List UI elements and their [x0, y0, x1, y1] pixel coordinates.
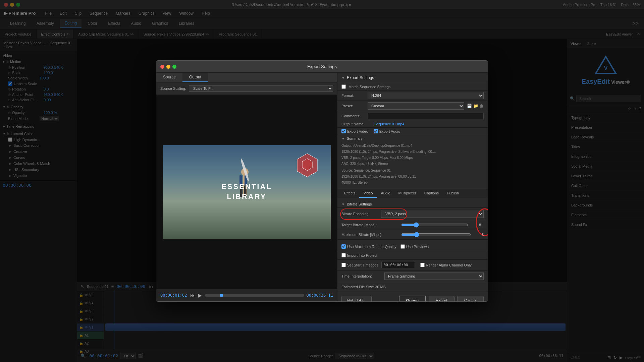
- dialog-playhead: [220, 294, 223, 297]
- time-interp-label: Time Interpolation:: [341, 274, 382, 278]
- summary-source-spec: 644x362 (1,0), 24 fps, Progressive, 00…: [341, 174, 484, 179]
- dialog-playback-buttons: ⏮ ▶: [190, 292, 203, 299]
- preset-folder-btn[interactable]: 📁: [473, 104, 478, 108]
- max-render-label: Use Maximum Render Quality: [347, 245, 396, 249]
- summary-output-spec: 644x362 (1,0), 24 fps, Progressive, So…: [341, 149, 484, 155]
- export-video-checkbox[interactable]: [341, 129, 346, 133]
- source-scaling-row: Source Scaling: Scale To Fit: [156, 82, 337, 95]
- effects-tabs: Effects Video Audio Multiplexer Captions…: [337, 189, 488, 198]
- export-audio-check: Export Audio: [374, 129, 400, 133]
- dialog-titlebar: Export Settings: [156, 61, 488, 73]
- export-video-label: Export Video: [347, 129, 368, 133]
- dialog-action-row: Metadata... Queue Export Cancel: [337, 292, 488, 301]
- export-checks-row: Export Video Export Audio: [337, 128, 488, 135]
- match-sequence-label: Match Sequence Settings: [348, 85, 390, 89]
- import-check: Import Into Project: [341, 253, 377, 257]
- summary-title: Summary: [347, 136, 363, 140]
- dialog-close-btn[interactable]: [160, 65, 164, 69]
- target-bitrate-slider[interactable]: [401, 222, 468, 228]
- file-size-row: Estimated File Size: 36 MB: [337, 282, 488, 292]
- set-timecode-checkbox[interactable]: [341, 263, 346, 267]
- dialog-title: Export Settings: [307, 64, 337, 69]
- effects-tab-multiplexer[interactable]: Multiplexer: [394, 189, 420, 198]
- export-audio-checkbox[interactable]: [374, 129, 378, 133]
- set-timecode-check: Set Start Timecode: [341, 263, 379, 267]
- bitrate-section: ▼ Bitrate Settings Bitrate Encoding: VBR…: [337, 198, 488, 242]
- import-checkbox[interactable]: [341, 253, 346, 257]
- summary-output-bitrate: VBR, 2 pass, Target 8.00 Mbps, Max 8.00 …: [341, 155, 484, 161]
- dialog-left-pane: Source Output Source Scaling: Scale To F…: [156, 73, 337, 301]
- dialog-overlay-line2: LIBRARY: [221, 192, 272, 202]
- export-video-check: Export Video: [341, 129, 368, 133]
- start-timecode-input[interactable]: 00:00:00:00: [381, 262, 415, 268]
- cancel-button[interactable]: Cancel: [457, 296, 484, 301]
- comments-input[interactable]: [368, 113, 484, 119]
- bitrate-encoding-select[interactable]: VBR, 2 pass: [381, 210, 484, 218]
- summary-collapse-icon: ▼: [341, 137, 345, 140]
- dialog-min-btn[interactable]: [166, 65, 170, 69]
- target-bitrate-row: Target Bitrate [Mbps]: 8: [337, 220, 488, 230]
- use-previews-check: Use Previews: [400, 244, 429, 249]
- render-quality-row: Use Maximum Render Quality Use Previews: [337, 242, 488, 251]
- effects-tab-captions[interactable]: Captions: [420, 189, 443, 198]
- max-bitrate-value: 8: [474, 233, 484, 237]
- preset-delete-btn[interactable]: 🗑: [480, 104, 484, 108]
- dialog-footer-controls: 00:00:01:02 ⏮ ▶ 00:00:36:11: [156, 289, 337, 301]
- import-row: Import Into Project: [337, 251, 488, 260]
- dialog-output-tab[interactable]: Output: [182, 73, 208, 82]
- preset-select[interactable]: Custom: [368, 102, 464, 110]
- source-scaling-label: Source Scaling:: [160, 86, 186, 90]
- bitrate-header[interactable]: ▼ Bitrate Settings: [337, 201, 488, 208]
- dialog-play-btn[interactable]: ▶: [198, 292, 203, 299]
- max-bitrate-slider[interactable]: [401, 232, 471, 237]
- bitrate-collapse-icon: ▼: [341, 202, 345, 206]
- match-sequence-row: Match Sequence Settings: [337, 83, 488, 90]
- dialog-max-btn[interactable]: [172, 65, 176, 69]
- dialog-source-tab[interactable]: Source: [156, 73, 182, 82]
- render-alpha-checkbox[interactable]: [420, 263, 425, 267]
- dialog-timecode-display: 00:00:01:02: [160, 293, 187, 298]
- dialog-preview-overlay-text: ESSENTIAL LIBRARY: [221, 182, 272, 202]
- format-select[interactable]: H.264: [368, 92, 484, 99]
- time-interp-select[interactable]: Frame Sampling: [384, 273, 484, 280]
- dialog-preview-inner: ESSENTIAL LIBRARY: [163, 145, 331, 239]
- source-scaling-select[interactable]: Scale To Fit: [189, 85, 333, 92]
- dialog-prev-frame-btn[interactable]: ⏮: [190, 292, 196, 299]
- effects-tab-audio[interactable]: Audio: [377, 189, 394, 198]
- dialog-overlay-line1: ESSENTIAL: [221, 182, 272, 192]
- format-row: Format: H.264: [337, 90, 488, 101]
- export-button[interactable]: Export: [429, 296, 454, 301]
- max-bitrate-row: Maximum Bitrate [Mbps]: 8: [337, 230, 488, 240]
- preset-row: Preset: Custom 💾 📁 🗑: [337, 101, 488, 111]
- output-name-link[interactable]: Sequence 01.mp4: [374, 122, 404, 126]
- target-bitrate-label: Target Bitrate [Mbps]:: [341, 223, 398, 227]
- output-name-label: Output Name:: [341, 122, 372, 126]
- dialog-content: Source Output Source Scaling: Scale To F…: [156, 73, 488, 301]
- export-settings-title: Export Settings: [347, 75, 374, 80]
- hex-decoration: [294, 152, 321, 179]
- summary-source-label: Source: Sequence, Sequence 01: [341, 168, 484, 173]
- dialog-mac-buttons[interactable]: [160, 65, 176, 69]
- export-audio-label: Export Audio: [379, 129, 400, 133]
- time-interpolation-row: Time Interpolation: Frame Sampling: [337, 270, 488, 282]
- preset-save-btn[interactable]: 💾: [467, 104, 472, 108]
- summary-content: Output: /Users/Dats/Desktop/Sequence 01.…: [337, 142, 488, 189]
- max-render-checkbox[interactable]: [341, 244, 346, 249]
- dialog-timeline-bar[interactable]: [205, 294, 304, 297]
- settings-collapse-icon: ▼: [341, 76, 345, 80]
- effects-tab-video[interactable]: Video: [359, 189, 377, 198]
- comments-row: Comments:: [337, 111, 488, 121]
- summary-header[interactable]: ▼ Summary: [337, 135, 488, 142]
- set-timecode-label: Set Start Timecode: [347, 263, 379, 267]
- effects-tab-publish[interactable]: Publish: [443, 189, 463, 198]
- effects-tab-effects[interactable]: Effects: [340, 189, 359, 198]
- export-settings-header[interactable]: ▼ Export Settings: [337, 73, 488, 83]
- preset-label: Preset:: [341, 104, 365, 108]
- queue-button[interactable]: Queue: [399, 296, 426, 301]
- metadata-button[interactable]: Metadata...: [341, 296, 372, 301]
- match-sequence-checkbox[interactable]: [341, 84, 346, 89]
- dialog-end-timecode: 00:00:36:11: [307, 293, 333, 298]
- use-previews-checkbox[interactable]: [400, 244, 405, 249]
- dialog-preview: ESSENTIAL LIBRARY: [156, 95, 337, 289]
- max-bitrate-label: Maximum Bitrate [Mbps]:: [341, 233, 398, 237]
